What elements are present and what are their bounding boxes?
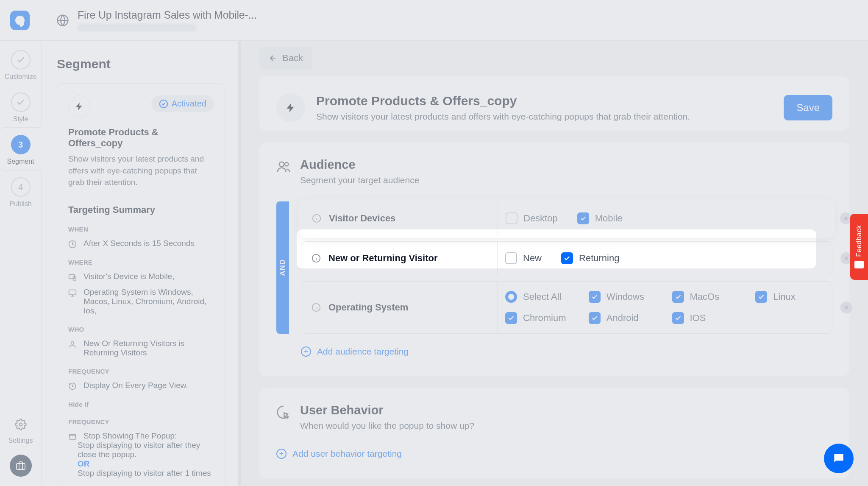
- behavior-icon: [276, 403, 291, 419]
- and-bar: AND: [276, 201, 289, 334]
- svg-point-1: [19, 423, 22, 426]
- who-text: New Or Returning Visitors is Returning V…: [83, 339, 214, 358]
- page-title: Fire Up Instagram Sales with Mobile-...: [78, 9, 257, 21]
- option-label: Windows: [606, 291, 644, 302]
- remove-rule-button[interactable]: [840, 302, 852, 313]
- campaign-card: Activated Promote Products & Offers_copy…: [57, 83, 225, 486]
- spotlight-cutout: [297, 229, 816, 268]
- checkbox-icon: [672, 291, 684, 303]
- settings-label: Settings: [8, 437, 33, 444]
- briefcase-button[interactable]: [10, 455, 32, 477]
- checkbox-icon: [755, 291, 767, 303]
- monitor-icon: [68, 288, 78, 316]
- checkbox-option[interactable]: Android: [589, 312, 655, 324]
- back-label: Back: [282, 53, 303, 64]
- campaign-title: Promote Products & Offers_copy: [316, 94, 690, 108]
- where-line2: Operating System is Windows, Macos, Linu…: [83, 288, 214, 316]
- checkbox-icon: [577, 212, 589, 224]
- save-label: Save: [796, 102, 820, 113]
- add-behavior-targeting[interactable]: + Add user behavior targeting: [276, 449, 832, 459]
- radio-option[interactable]: Select All: [505, 291, 572, 303]
- step-style[interactable]: Style: [0, 92, 42, 123]
- step-label: Segment: [7, 158, 34, 165]
- save-button[interactable]: Save: [784, 95, 832, 120]
- info-icon[interactable]: [312, 214, 321, 223]
- audience-title: Audience: [300, 158, 419, 172]
- checkbox-option[interactable]: MacOs: [672, 291, 739, 303]
- campaign-desc: Show visitors your latest products and o…: [68, 153, 214, 188]
- info-icon[interactable]: [312, 303, 321, 312]
- rule-label: Operating System: [328, 302, 490, 313]
- checkbox-option[interactable]: Desktop: [506, 212, 558, 224]
- settings-icon[interactable]: [11, 415, 31, 434]
- clock-icon: [68, 239, 78, 249]
- step-publish[interactable]: 4 Publish: [0, 177, 42, 208]
- chat-fab[interactable]: [824, 444, 854, 473]
- step-segment[interactable]: 3 Segment: [0, 135, 42, 165]
- segment-panel: Segment Activated Promote Products & Off…: [42, 41, 241, 486]
- checkbox-icon: [672, 312, 684, 324]
- where-line1: Visitor's Device is Mobile,: [83, 272, 174, 282]
- freq-label: FREQUENCY: [68, 368, 214, 375]
- pill-label: Activated: [172, 99, 206, 109]
- who-label: WHO: [68, 326, 214, 333]
- svg-point-14: [279, 162, 284, 167]
- behavior-title: User Behavior: [300, 403, 474, 417]
- svg-rect-7: [69, 290, 76, 295]
- plus-icon: +: [276, 449, 287, 459]
- stop-line2: Stop displaying to visitor after 1 times: [78, 469, 214, 478]
- svg-point-10: [71, 341, 74, 344]
- checkbox-option[interactable]: Linux: [755, 291, 822, 303]
- plus-icon: +: [301, 346, 311, 357]
- behavior-sub: When would you like the popup to show up…: [300, 421, 474, 431]
- behavior-section: User Behavior When would you like the po…: [259, 388, 849, 478]
- feedback-icon: [854, 261, 864, 268]
- option-label: Chromium: [523, 313, 566, 324]
- hideif-label: Hide if: [68, 401, 214, 408]
- step-label: Style: [13, 115, 28, 123]
- bolt-icon: [68, 95, 90, 117]
- audience-icon: [276, 158, 291, 174]
- checkbox-icon: [505, 312, 517, 324]
- divider: [41, 0, 41, 41]
- option-label: MacOs: [690, 291, 720, 302]
- campaign-title: Promote Products & Offers_copy: [68, 127, 214, 149]
- globe-icon[interactable]: [56, 14, 69, 27]
- campaign-subtitle: Show visitors your latest products and o…: [316, 112, 690, 122]
- stop-or: OR: [78, 459, 214, 469]
- step-label: Customize: [5, 73, 37, 81]
- option-label: Select All: [523, 291, 562, 302]
- audience-sub: Segment your target audience: [300, 175, 419, 185]
- when-label: WHEN: [68, 226, 214, 233]
- back-button[interactable]: Back: [259, 47, 312, 70]
- checkbox-icon: [589, 291, 601, 303]
- option-label: Android: [606, 313, 639, 324]
- where-label: WHERE: [68, 259, 214, 266]
- bolt-icon: [276, 93, 305, 122]
- option-label: Linux: [773, 291, 796, 302]
- user-icon: [68, 339, 78, 358]
- checkbox-option[interactable]: Chromium: [505, 312, 572, 324]
- panel-heading: Segment: [57, 57, 225, 71]
- svg-rect-2: [17, 464, 25, 469]
- history-icon: [68, 381, 78, 391]
- add-audience-targeting[interactable]: + Add audience targeting: [301, 346, 832, 357]
- when-text: After X Seconds is 15 Seconds: [83, 239, 195, 249]
- step-customize[interactable]: Customize: [0, 50, 42, 81]
- top-bar: Fire Up Instagram Sales with Mobile-...: [0, 0, 868, 41]
- option-label: Mobile: [595, 213, 623, 224]
- step-rail: Customize Style 3 Segment 4 Publish Sett…: [0, 41, 42, 486]
- radio-icon: [505, 291, 517, 303]
- checkbox-option[interactable]: Windows: [589, 291, 655, 303]
- targeting-rule: Operating System Select AllWindowsMacOsL…: [301, 281, 832, 334]
- feedback-tab[interactable]: Feedback: [850, 214, 868, 280]
- header-card: Promote Products & Offers_copy Show visi…: [259, 76, 849, 131]
- checkbox-icon: [506, 212, 517, 224]
- and-label: AND: [278, 259, 287, 276]
- checkbox-option[interactable]: IOS: [672, 312, 739, 324]
- activated-pill[interactable]: Activated: [151, 95, 214, 112]
- rule-label: Visitor Devices: [329, 213, 490, 224]
- checkbox-option[interactable]: Mobile: [577, 212, 623, 224]
- page-subtitle-blur: [78, 24, 196, 31]
- option-label: IOS: [690, 313, 706, 324]
